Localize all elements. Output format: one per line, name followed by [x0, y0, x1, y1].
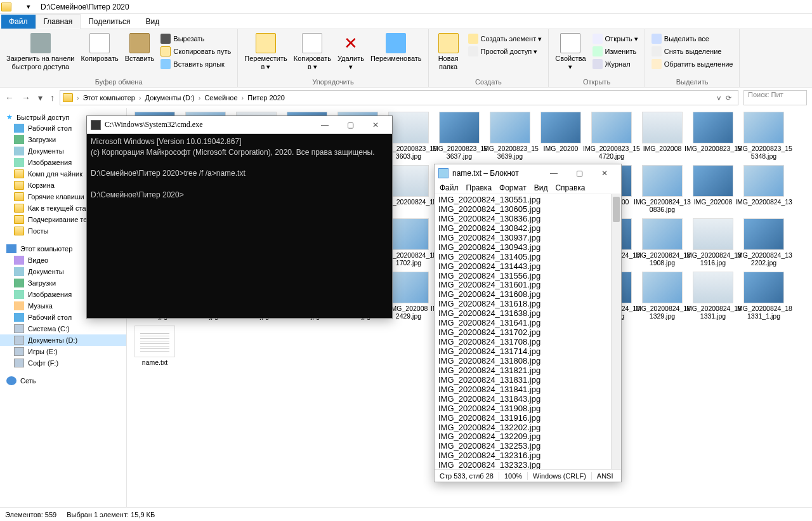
- file-item[interactable]: IMG_202008: [638, 110, 686, 161]
- thumbnail-image: [743, 272, 784, 303]
- thumbnail-image: [642, 112, 683, 143]
- tab-view[interactable]: Вид: [138, 15, 167, 29]
- file-item[interactable]: IMG_20200824_18 1331.jpg: [689, 270, 737, 321]
- search-input[interactable]: Поиск: Пит: [743, 90, 807, 105]
- status-count: Элементов: 559: [5, 511, 56, 518]
- sidebar-item[interactable]: Софт (F:): [0, 357, 126, 369]
- file-item[interactable]: IMG_20200824_13 1916.jpg: [689, 217, 737, 268]
- thumbnail-image: [743, 218, 784, 250]
- group-clipboard-label: Буфер обмена: [4, 77, 233, 86]
- properties-button[interactable]: Свойства ▾: [553, 32, 588, 72]
- sidebar-item[interactable]: Система (C:): [0, 323, 126, 334]
- cmd-output[interactable]: Microsoft Windows [Version 10.0.19042.86…: [87, 134, 392, 203]
- select-all-button[interactable]: Выделить все: [649, 33, 736, 44]
- file-label: name.txt: [142, 359, 167, 366]
- minimize-icon[interactable]: —: [312, 121, 337, 129]
- file-label: IMG_202008: [694, 198, 733, 206]
- copy-path-button[interactable]: Скопировать путь: [158, 46, 233, 57]
- open-button[interactable]: Открыть ▾: [590, 33, 641, 44]
- history-button[interactable]: Журнал: [590, 58, 641, 70]
- nav-forward-icon[interactable]: →: [22, 93, 30, 103]
- file-item[interactable]: IMG_20200823_15 3637.jpg: [435, 110, 483, 161]
- group-select: Выделить все Снять выделение Обратить вы…: [645, 29, 740, 87]
- menu-item[interactable]: Формат: [499, 183, 527, 192]
- file-label: IMG_20200824_13: [735, 198, 792, 206]
- rename-button[interactable]: Переименовать: [368, 32, 424, 72]
- cmd-icon: [91, 120, 101, 130]
- maximize-icon[interactable]: ▢: [566, 169, 592, 178]
- file-label: IMG_20200823_15 3639.jpg: [481, 145, 539, 160]
- copy-to-button[interactable]: Копировать в ▾: [291, 32, 334, 72]
- sidebar-item[interactable]: Документы (D:): [0, 334, 126, 346]
- cut-button[interactable]: Вырезать: [158, 33, 233, 44]
- file-item[interactable]: IMG_20200823_15 3639.jpg: [486, 110, 534, 161]
- thumbnail-image: [388, 165, 429, 197]
- file-item[interactable]: IMG_20200824_13 1908.jpg: [638, 217, 686, 268]
- sidebar-item[interactable]: Игры (E:): [0, 346, 126, 357]
- menu-item[interactable]: Файл: [440, 183, 459, 192]
- notepad-menu[interactable]: ФайлПравкаФорматВидСправка: [435, 182, 621, 194]
- thumbnail-image: [642, 165, 683, 197]
- select-none-button[interactable]: Снять выделение: [649, 46, 736, 57]
- file-label: IMG_20200823_15: [684, 145, 742, 152]
- nav-back-icon[interactable]: ←: [5, 93, 14, 103]
- file-label: IMG_202008: [643, 145, 682, 152]
- file-item[interactable]: IMG_20200824_18 1329.jpg: [638, 270, 686, 321]
- invert-selection-button[interactable]: Обратить выделение: [649, 58, 736, 70]
- file-item[interactable]: IMG_20200: [537, 110, 585, 161]
- menu-item[interactable]: Справка: [555, 183, 585, 192]
- close-icon[interactable]: ✕: [363, 121, 388, 129]
- thumbnail-image: [591, 112, 632, 143]
- tab-share[interactable]: Поделиться: [81, 15, 138, 29]
- file-item[interactable]: IMG_20200823_15: [689, 110, 737, 161]
- menu-item[interactable]: Правка: [466, 183, 492, 192]
- scrollbar[interactable]: [611, 194, 621, 469]
- cmd-titlebar[interactable]: C:\Windows\System32\cmd.exe — ▢ ✕: [87, 116, 392, 134]
- copy-button[interactable]: Копировать: [78, 32, 121, 72]
- cmd-window[interactable]: C:\Windows\System32\cmd.exe — ▢ ✕ Micros…: [86, 115, 393, 319]
- new-item-button[interactable]: Создать элемент ▾: [466, 33, 545, 44]
- breadcrumb[interactable]: › Этот компьютер› Документы (D:)› Семейн…: [60, 90, 738, 105]
- thumbnail-image: [693, 218, 733, 250]
- thumbnail-image: [490, 112, 530, 143]
- notepad-text-area[interactable]: IMG_20200824_130551.jpg IMG_20200824_130…: [435, 194, 621, 469]
- paste-shortcut-button[interactable]: Вставить ярлык: [158, 58, 233, 70]
- delete-button[interactable]: ✕Удалить ▾: [335, 32, 367, 72]
- minimize-icon[interactable]: —: [541, 169, 566, 178]
- status-selection: Выбран 1 элемент: 15,9 КБ: [67, 511, 155, 518]
- maximize-icon[interactable]: ▢: [337, 121, 363, 129]
- refresh-icon[interactable]: ⟳: [726, 94, 731, 102]
- notepad-titlebar[interactable]: name.txt – Блокнот — ▢ ✕: [435, 164, 621, 182]
- file-item[interactable]: IMG_20200824_13 0836.jpg: [638, 164, 686, 214]
- addr-dropdown-icon[interactable]: v: [717, 94, 721, 102]
- paste-button[interactable]: Вставить: [122, 32, 157, 72]
- nav-recent-icon[interactable]: ▾: [38, 93, 43, 103]
- file-item[interactable]: name.txt: [131, 324, 179, 367]
- edit-button[interactable]: Изменить: [590, 46, 641, 57]
- file-item[interactable]: IMG_20200824_18 1331_1.jpg: [740, 270, 788, 321]
- file-item[interactable]: IMG_202008: [689, 164, 737, 214]
- notepad-window[interactable]: name.txt – Блокнот — ▢ ✕ ФайлПравкаФорма…: [434, 164, 622, 482]
- easy-access-button[interactable]: Простой доступ ▾: [466, 46, 545, 57]
- tab-home[interactable]: Главная: [36, 14, 81, 29]
- file-item[interactable]: IMG_20200824_13: [740, 164, 788, 214]
- menu-item[interactable]: Вид: [534, 183, 548, 192]
- tab-file[interactable]: Файл: [1, 15, 36, 29]
- close-icon[interactable]: ✕: [592, 169, 617, 178]
- qa-icon-1[interactable]: [14, 3, 23, 11]
- sidebar-network[interactable]: Сеть: [0, 375, 126, 386]
- file-item[interactable]: IMG_20200823_15 5348.jpg: [740, 110, 788, 161]
- qa-icon-2[interactable]: ▾: [27, 3, 36, 11]
- file-item[interactable]: IMG_20200824_13 2202.jpg: [740, 217, 788, 268]
- nav-up-icon[interactable]: ↑: [50, 93, 55, 103]
- group-organize: Переместить в ▾ Копировать в ▾ ✕Удалить …: [238, 29, 428, 87]
- file-label: IMG_202008 2429.jpg: [390, 305, 428, 320]
- move-to-button[interactable]: Переместить в ▾: [242, 32, 289, 72]
- file-item[interactable]: IMG_20200823_15 4720.jpg: [587, 110, 636, 161]
- pin-button[interactable]: Закрепить на панели быстрого доступа: [4, 32, 77, 72]
- ribbon: Закрепить на панели быстрого доступа Коп…: [0, 29, 812, 88]
- thumbnail-image: [743, 112, 784, 143]
- new-folder-button[interactable]: Новая папка: [433, 32, 464, 72]
- quick-access-toolbar[interactable]: ▾: [14, 3, 36, 11]
- folder-icon: [63, 93, 73, 102]
